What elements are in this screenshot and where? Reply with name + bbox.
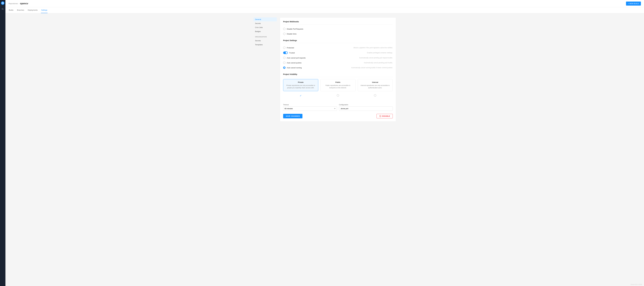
private-radio-cell: ✓ xyxy=(283,93,318,98)
timeout-group: Timeout 30 minutes 60 minutes 90 minutes… xyxy=(283,104,337,111)
private-card-desc: Private repositories are only accessible… xyxy=(285,84,316,89)
trusted-row: Trusted Enables privileged container set… xyxy=(283,50,393,55)
project-settings-title: Project Settings xyxy=(283,40,393,43)
settings-nav-cron-jobs[interactable]: Cron Jobs xyxy=(254,26,277,30)
content-inner: General Secrets Cron Jobs Badges ORGANIZ… xyxy=(254,17,396,122)
timeout-select[interactable]: 30 minutes 60 minutes 90 minutes 120 min… xyxy=(283,106,337,111)
svg-point-2 xyxy=(2,3,3,3)
protected-toggle-left: Protected xyxy=(283,47,294,49)
auto-cancel-running-toggle-left: Auto cancel running xyxy=(283,67,302,69)
visibility-title: Project Visibility xyxy=(283,73,393,77)
internal-radio[interactable] xyxy=(374,94,376,97)
main-area: Repositories › opencv + NEW BUILD Builds… xyxy=(6,0,644,286)
tab-deployments[interactable]: Deployments xyxy=(28,7,38,13)
disable-forks-toggle-left: Disable forks xyxy=(283,33,296,35)
app-logo[interactable] xyxy=(1,1,4,5)
auto-cancel-running-desc: Automatically cancel running builds if n… xyxy=(351,67,393,69)
auto-cancel-pr-toggle-left: Auto cancel pull requests xyxy=(283,57,306,59)
auto-cancel-pr-row: Auto cancel pull requests Automatically … xyxy=(283,55,393,60)
tab-builds[interactable]: Builds xyxy=(8,7,14,13)
visibility-card-public[interactable]: Public Public repositories are accessibl… xyxy=(320,79,356,91)
auto-cancel-running-label: Auto cancel running xyxy=(287,67,302,69)
auto-cancel-pushes-toggle-left: Auto cancel pushes xyxy=(283,62,302,64)
internal-card-title: Internal xyxy=(360,81,390,83)
tab-settings[interactable]: Settings xyxy=(41,7,48,13)
trusted-desc: Enables privileged container settings. xyxy=(367,52,393,54)
disable-pr-label: Disable Pull Requests xyxy=(287,28,303,30)
settings-sidebar: General Secrets Cron Jobs Badges ORGANIZ… xyxy=(254,17,277,122)
settings-nav-secrets[interactable]: Secrets xyxy=(254,21,277,26)
repo-name: opencv xyxy=(20,2,28,5)
settings-nav-templates[interactable]: Templates xyxy=(254,43,277,47)
protected-desc: Blocks a pipeline if the yaml signature … xyxy=(354,47,393,49)
settings-nav-general[interactable]: General xyxy=(254,17,277,21)
svg-line-4 xyxy=(3,10,4,10)
settings-nav-badges[interactable]: Badges xyxy=(254,30,277,34)
settings-main: Project Webhooks Disable Pull Requests D… xyxy=(280,17,396,122)
private-selected-icon[interactable]: ✓ xyxy=(300,94,302,97)
disable-label: DISABLE xyxy=(382,115,390,117)
app-sidebar xyxy=(0,0,6,286)
configuration-input[interactable] xyxy=(339,106,393,111)
auto-cancel-pr-desc: Automatically cancel pending pull reques… xyxy=(359,57,393,59)
search-icon[interactable] xyxy=(2,8,4,11)
internal-radio-cell xyxy=(358,93,393,98)
spacer-3 xyxy=(283,98,393,101)
form-actions: SAVE CHANGES 🚫 DISABLE xyxy=(283,114,393,118)
disable-button[interactable]: 🚫 DISABLE xyxy=(376,114,393,118)
auto-cancel-pr-toggle[interactable] xyxy=(283,57,286,59)
new-build-button[interactable]: + NEW BUILD xyxy=(626,2,641,6)
public-card-title: Public xyxy=(322,81,353,83)
org-section-label: ORGANIZATION xyxy=(254,36,277,38)
project-visibility-section: Project Visibility Private Private repos… xyxy=(283,73,393,98)
spacer-1 xyxy=(283,36,393,40)
auto-cancel-pushes-label: Auto cancel pushes xyxy=(287,62,302,64)
save-changes-button[interactable]: SAVE CHANGES xyxy=(283,114,302,118)
public-radio-cell xyxy=(320,93,356,98)
disable-forks-row: Disable forks xyxy=(283,31,393,36)
app-footer: Drone 0.8.5 © 2018 xyxy=(6,283,644,286)
spacer-2 xyxy=(283,70,393,73)
trusted-label: Trusted xyxy=(289,52,295,54)
project-webhooks-section: Project Webhooks Disable Pull Requests D… xyxy=(283,21,393,36)
auto-cancel-pushes-desc: Automatically cancel pending push builds… xyxy=(364,62,393,64)
disable-icon: 🚫 xyxy=(379,115,382,117)
protected-toggle[interactable] xyxy=(283,47,286,49)
settings-nav-org-secrets[interactable]: Secrets xyxy=(254,39,277,43)
public-card-desc: Public repositories are accessible to ev… xyxy=(322,84,353,89)
auto-cancel-running-toggle[interactable] xyxy=(283,67,286,69)
auto-cancel-pushes-row: Auto cancel pushes Automatically cancel … xyxy=(283,60,393,65)
auto-cancel-pushes-toggle[interactable] xyxy=(283,62,286,64)
configuration-label: Configuration xyxy=(339,104,393,106)
content-area: General Secrets Cron Jobs Badges ORGANIZ… xyxy=(6,13,644,283)
visibility-card-internal[interactable]: Internal Internal repositories are only … xyxy=(358,79,393,91)
auto-cancel-running-row: Auto cancel running Automatically cancel… xyxy=(283,65,393,70)
protected-row: Protected Blocks a pipeline if the yaml … xyxy=(283,45,393,50)
svg-point-3 xyxy=(2,8,3,10)
project-settings-section: Project Settings Protected Blocks a pipe… xyxy=(283,40,393,70)
visibility-card-private[interactable]: Private Private repositories are only ac… xyxy=(283,79,318,91)
form-row: Timeout 30 minutes 60 minutes 90 minutes… xyxy=(283,104,393,111)
configuration-group: Configuration xyxy=(339,104,393,111)
webhooks-title: Project Webhooks xyxy=(283,21,393,24)
breadcrumb: Repositories › opencv xyxy=(8,2,28,5)
trusted-toggle-left: Trusted xyxy=(283,52,295,54)
internal-card-desc: Internal repositories are only accessibl… xyxy=(360,84,390,89)
repositories-link[interactable]: Repositories xyxy=(8,3,18,5)
visibility-radio-row: ✓ xyxy=(283,93,393,98)
topbar: Repositories › opencv + NEW BUILD xyxy=(6,0,644,7)
timeout-label: Timeout xyxy=(283,104,337,106)
breadcrumb-separator: › xyxy=(19,3,19,5)
tab-branches[interactable]: Branches xyxy=(17,7,24,13)
disable-forks-label: Disable forks xyxy=(287,33,296,35)
trusted-toggle[interactable] xyxy=(283,52,288,54)
private-card-title: Private xyxy=(285,81,316,83)
disable-forks-toggle[interactable] xyxy=(283,33,286,35)
visibility-cards: Private Private repositories are only ac… xyxy=(283,79,393,91)
protected-label: Protected xyxy=(287,47,294,49)
disable-pr-toggle[interactable] xyxy=(283,28,286,30)
disable-pr-toggle-left: Disable Pull Requests xyxy=(283,28,303,30)
public-radio[interactable] xyxy=(337,94,339,97)
nav-tabs: Builds Branches Deployments Settings xyxy=(6,7,644,13)
footer-text: Drone 0.8.5 © 2018 xyxy=(631,284,642,285)
